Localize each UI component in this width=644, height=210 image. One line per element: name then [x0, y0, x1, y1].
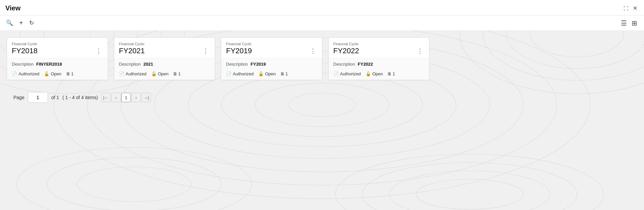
lock-open-icon-4: 🔓: [366, 71, 371, 76]
card-menu-button-1[interactable]: ⋮: [94, 47, 103, 55]
page-label: Page: [13, 95, 24, 100]
card-body-2: Description 2021 📄 Authorized 🔓 Open: [114, 58, 215, 80]
close-icon: ✕: [633, 5, 637, 11]
edit-count-value-2: 1: [178, 71, 180, 76]
card-body-4: Description FY2022 📄 Authorized 🔓 Open: [329, 58, 429, 80]
description-label-1: Description: [12, 62, 34, 67]
toolbar-left: 🔍 + ↻: [5, 18, 35, 27]
open-status-2: 🔓 Open: [151, 71, 169, 76]
description-label-4: Description: [333, 62, 355, 67]
of-label: of 1: [51, 95, 59, 100]
card-fy-title-2: FY2021: [119, 47, 145, 55]
authorized-icon-3: 📄: [226, 71, 231, 76]
description-value-2: 2021: [144, 62, 153, 67]
card-description-row-4: Description FY2022: [333, 62, 425, 67]
authorized-icon-2: 📄: [119, 71, 124, 76]
financial-cycle-label-2: Financial Cycle:: [119, 42, 210, 46]
edit-icon-4: 🗎: [387, 71, 392, 76]
card-body-3: Description FY2019 📄 Authorized 🔓 Open: [221, 58, 322, 80]
description-label-3: Description: [226, 62, 248, 67]
card-menu-button-2[interactable]: ⋮: [201, 47, 210, 55]
authorized-label-1: Authorized: [18, 71, 39, 76]
page-input[interactable]: [28, 92, 48, 103]
open-label-2: Open: [158, 71, 169, 76]
authorized-status-4: 📄 Authorized: [333, 71, 361, 76]
edit-icon-3: 🗎: [280, 71, 285, 76]
open-label-1: Open: [51, 71, 61, 76]
card-title-row-4: FY2022 ⋮: [333, 47, 425, 55]
open-status-1: 🔓 Open: [44, 71, 61, 76]
window-title: View: [5, 4, 20, 12]
edit-count-value-1: 1: [71, 71, 73, 76]
title-bar: View ⛶ ✕: [0, 0, 644, 15]
page-1-button[interactable]: 1: [121, 93, 131, 102]
description-label-2: Description: [119, 62, 141, 67]
grid-view-button[interactable]: ⊞: [630, 18, 639, 28]
authorized-label-3: Authorized: [233, 71, 254, 76]
card-header-2: Financial Cycle: FY2021 ⋮: [114, 38, 215, 58]
open-status-3: 🔓 Open: [258, 71, 276, 76]
list-view-icon: ☰: [621, 19, 627, 27]
lock-open-icon-2: 🔓: [151, 71, 157, 76]
card-body-1: Description FINYER2018 📄 Authorized 🔓 Op…: [7, 58, 108, 80]
card-title-row-3: FY2019 ⋮: [226, 47, 317, 55]
cards-grid: Financial Cycle: FY2018 ⋮ Description FI…: [7, 38, 429, 80]
authorized-status-2: 📄 Authorized: [119, 71, 147, 76]
open-label-3: Open: [265, 71, 276, 76]
card-header-4: Financial Cycle: FY2022 ⋮: [329, 38, 429, 58]
toolbar-right: ☰ ⊞: [620, 18, 639, 28]
grid-view-icon: ⊞: [632, 19, 637, 27]
authorized-icon-4: 📄: [333, 71, 339, 76]
add-button[interactable]: +: [18, 18, 24, 27]
edit-count-value-4: 1: [392, 71, 395, 76]
card-fy2022: Financial Cycle: FY2022 ⋮ Description FY…: [328, 38, 430, 80]
card-status-row-2: 📄 Authorized 🔓 Open 🗎 1: [119, 70, 210, 76]
financial-cycle-label-3: Financial Cycle:: [226, 42, 317, 46]
financial-cycle-label-4: Financial Cycle:: [333, 42, 425, 46]
pagination-nav: |← ‹ 1 › →|: [101, 93, 151, 102]
search-button[interactable]: 🔍: [5, 19, 14, 27]
card-fy-title-4: FY2022: [333, 47, 359, 55]
card-description-row-3: Description FY2019: [226, 62, 317, 67]
card-header-1: Financial Cycle: FY2018 ⋮: [7, 38, 108, 58]
card-title-row-2: FY2021 ⋮: [119, 47, 210, 55]
last-page-button[interactable]: →|: [142, 93, 151, 102]
edit-icon-2: 🗎: [173, 71, 177, 76]
card-status-row-1: 📄 Authorized 🔓 Open 🗎 1: [12, 70, 103, 76]
authorized-label-4: Authorized: [340, 71, 361, 76]
restore-icon: ⛶: [624, 6, 628, 11]
card-fy2018: Financial Cycle: FY2018 ⋮ Description FI…: [7, 38, 108, 80]
next-page-button[interactable]: ›: [131, 93, 141, 102]
lock-open-icon-3: 🔓: [258, 71, 264, 76]
authorized-label-2: Authorized: [126, 71, 147, 76]
financial-cycle-label-1: Financial Cycle:: [12, 42, 103, 46]
card-menu-button-3[interactable]: ⋮: [309, 47, 317, 55]
lock-open-icon-1: 🔓: [44, 71, 49, 76]
range-label: ( 1 - 4 of 4 items): [62, 95, 98, 100]
refresh-button[interactable]: ↻: [29, 19, 35, 27]
description-value-4: FY2022: [358, 62, 373, 67]
card-fy2019: Financial Cycle: FY2019 ⋮ Description FY…: [221, 38, 322, 80]
edit-count-2: 🗎 1: [173, 71, 180, 76]
close-button[interactable]: ✕: [632, 4, 639, 13]
add-icon: +: [19, 19, 23, 27]
restore-button[interactable]: ⛶: [622, 4, 630, 12]
pagination-bar: Page of 1 ( 1 - 4 of 4 items) |← ‹ 1 › →…: [7, 87, 637, 108]
open-label-4: Open: [372, 71, 383, 76]
card-status-row-4: 📄 Authorized 🔓 Open 🗎 1: [333, 70, 425, 76]
prev-page-button[interactable]: ‹: [111, 93, 121, 102]
edit-count-value-3: 1: [285, 71, 288, 76]
card-title-row-1: FY2018 ⋮: [12, 47, 103, 55]
edit-count-4: 🗎 1: [387, 71, 395, 76]
search-icon: 🔍: [6, 19, 13, 26]
title-bar-actions: ⛶ ✕: [622, 4, 639, 13]
card-header-3: Financial Cycle: FY2019 ⋮: [221, 38, 322, 58]
authorized-status-3: 📄 Authorized: [226, 71, 254, 76]
open-status-4: 🔓 Open: [366, 71, 383, 76]
card-fy2021: Financial Cycle: FY2021 ⋮ Description 20…: [114, 38, 215, 80]
description-value-1: FINYER2018: [36, 62, 62, 67]
card-menu-button-4[interactable]: ⋮: [416, 47, 424, 55]
list-view-button[interactable]: ☰: [620, 18, 628, 28]
edit-icon-1: 🗎: [66, 71, 70, 76]
first-page-button[interactable]: |←: [101, 93, 111, 102]
